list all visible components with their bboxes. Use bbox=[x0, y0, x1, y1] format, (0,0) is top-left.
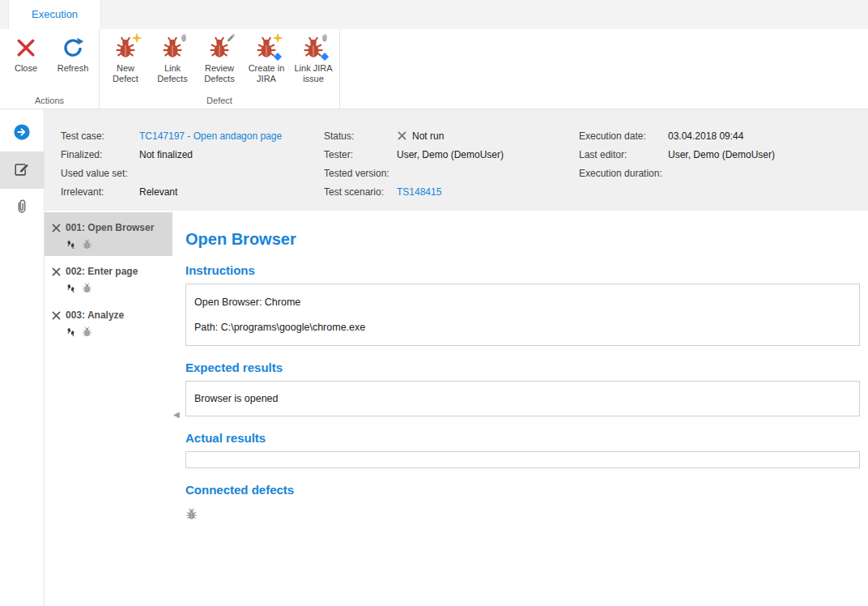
field-label: Test case: bbox=[61, 130, 139, 142]
instruction-line: Open Browser: Chrome bbox=[194, 297, 851, 308]
jira-badge-icon bbox=[273, 52, 283, 62]
footprints-icon bbox=[66, 283, 76, 293]
link-defects-label: Link Defects bbox=[152, 63, 193, 84]
ribbon: Close Refresh Actions New Defe bbox=[0, 29, 868, 109]
not-run-x-icon bbox=[397, 130, 407, 141]
field-tester: Tester: User, Demo (DemoUser) bbox=[324, 145, 504, 164]
sidebar-item-attachments[interactable] bbox=[0, 189, 44, 226]
instructions-box: Open Browser: Chrome Path: C:\programs\g… bbox=[185, 284, 860, 346]
step-title: Open Browser bbox=[185, 230, 860, 249]
field-test-scenario: Test scenario: TS148415 bbox=[324, 182, 504, 201]
create-in-jira-button[interactable]: Create in JIRA bbox=[243, 29, 290, 87]
test-scenario-link[interactable]: TS148415 bbox=[397, 186, 441, 198]
link-jira-issue-label: Link JIRA issue bbox=[293, 63, 334, 84]
collapse-panel-arrow-icon[interactable]: ◀ bbox=[173, 410, 180, 419]
link-jira-issue-button[interactable]: Link JIRA issue bbox=[290, 29, 337, 87]
bug-paperclip-jira-icon bbox=[302, 36, 325, 59]
jira-badge-icon bbox=[320, 52, 330, 62]
step-icons bbox=[66, 239, 168, 250]
step-header: 002: Enter page bbox=[51, 266, 168, 277]
expected-results-heading: Expected results bbox=[185, 361, 860, 374]
step-defect-icon bbox=[82, 283, 92, 293]
actual-results-heading: Actual results bbox=[185, 431, 860, 445]
field-irrelevant: Irrelevant: Relevant bbox=[61, 182, 282, 201]
field-status: Status: Not run bbox=[324, 126, 504, 145]
ribbon-tabbar: Execution bbox=[0, 0, 868, 29]
status-value: Not run bbox=[412, 130, 444, 142]
step-defect-icon bbox=[82, 239, 92, 250]
bug-paperclip-icon bbox=[161, 36, 184, 59]
step-header: 001: Open Browser bbox=[51, 222, 168, 233]
close-button[interactable]: Close bbox=[2, 29, 49, 76]
left-icon-strip bbox=[0, 109, 45, 606]
sidebar-item-edit-steps[interactable] bbox=[0, 152, 44, 189]
field-execution-date: Execution date: 03.04.2018 09:44 bbox=[579, 126, 775, 145]
paperclip-badge-icon bbox=[179, 33, 189, 43]
step-item-003[interactable]: 003: Analyze bbox=[45, 300, 172, 344]
refresh-icon bbox=[62, 36, 84, 59]
tester-value: User, Demo (DemoUser) bbox=[397, 149, 504, 160]
step-detail-panel: ◀ Open Browser Instructions Open Browser… bbox=[172, 211, 868, 606]
ribbon-group-actions: Close Refresh Actions bbox=[0, 29, 100, 109]
execution-details-panel: Test case: TC147197 - Open andagon page … bbox=[45, 109, 868, 211]
sparkle-badge-icon bbox=[132, 33, 142, 43]
sidebar-item-overview[interactable] bbox=[0, 114, 44, 152]
connected-defects-bug-icon bbox=[185, 508, 198, 520]
field-label: Irrelevant: bbox=[61, 186, 139, 198]
irrelevant-value: Relevant bbox=[139, 186, 177, 198]
step-icons bbox=[66, 326, 168, 337]
instructions-heading: Instructions bbox=[185, 263, 860, 277]
test-case-link[interactable]: TC147197 - Open andagon page bbox=[139, 130, 282, 142]
field-last-editor: Last editor: User, Demo (DemoUser) bbox=[579, 145, 775, 164]
pencil-badge-icon bbox=[226, 33, 236, 43]
new-defect-label: New Defect bbox=[105, 63, 146, 84]
attachment-icon bbox=[13, 198, 31, 218]
last-editor-value: User, Demo (DemoUser) bbox=[668, 149, 775, 160]
step-status-x-icon bbox=[51, 310, 62, 321]
ribbon-group-defect: New Defect Link Defects Review Defects bbox=[100, 29, 340, 109]
bug-sparkle-icon bbox=[114, 36, 137, 59]
edit-step-icon bbox=[13, 160, 31, 181]
step-label: 003: Analyze bbox=[66, 309, 124, 321]
field-test-case: Test case: TC147197 - Open andagon page bbox=[61, 126, 282, 145]
step-defect-icon bbox=[82, 326, 92, 337]
step-label: 002: Enter page bbox=[66, 266, 138, 277]
go-arrow-icon bbox=[13, 123, 31, 143]
field-label: Execution duration: bbox=[579, 168, 668, 179]
link-defects-button[interactable]: Link Defects bbox=[149, 29, 196, 87]
bug-sparkle-jira-icon bbox=[255, 36, 278, 59]
close-icon bbox=[15, 36, 37, 59]
field-label: Finalized: bbox=[61, 149, 139, 160]
actions-buttons: Close Refresh bbox=[2, 29, 96, 94]
connected-defects-heading: Connected defects bbox=[185, 483, 860, 497]
close-button-label: Close bbox=[6, 63, 46, 74]
finalized-value: Not finalized bbox=[139, 149, 193, 160]
execution-date-value: 03.04.2018 09:44 bbox=[668, 130, 743, 142]
test-steps-list: 001: Open Browser 002: Enter page 003: A… bbox=[45, 211, 172, 606]
details-column-2: Status: Not run Tester: User, Demo (Demo… bbox=[324, 126, 504, 201]
tab-execution[interactable]: Execution bbox=[8, 0, 101, 29]
field-label: Tester: bbox=[324, 149, 397, 160]
field-label: Last editor: bbox=[579, 149, 668, 160]
ribbon-group-actions-label: Actions bbox=[2, 94, 96, 109]
field-label: Status: bbox=[324, 130, 397, 142]
refresh-button[interactable]: Refresh bbox=[49, 29, 96, 76]
step-status-x-icon bbox=[51, 267, 62, 277]
actual-results-input[interactable] bbox=[185, 451, 860, 468]
step-item-001[interactable]: 001: Open Browser bbox=[45, 212, 172, 256]
step-icons bbox=[66, 283, 168, 293]
step-item-002[interactable]: 002: Enter page bbox=[45, 256, 172, 300]
review-defects-button[interactable]: Review Defects bbox=[196, 29, 243, 87]
create-in-jira-label: Create in JIRA bbox=[246, 63, 287, 84]
review-defects-label: Review Defects bbox=[199, 63, 240, 84]
field-finalized: Finalized: Not finalized bbox=[61, 145, 282, 164]
bug-pencil-icon bbox=[208, 36, 231, 59]
new-defect-button[interactable]: New Defect bbox=[102, 29, 149, 87]
field-label: Tested version: bbox=[324, 168, 397, 179]
expected-results-text: Browser is opened bbox=[194, 393, 279, 404]
field-tested-version: Tested version: bbox=[324, 164, 504, 182]
field-label: Test scenario: bbox=[324, 186, 397, 198]
step-header: 003: Analyze bbox=[51, 309, 168, 321]
step-label: 001: Open Browser bbox=[66, 222, 154, 233]
field-execution-duration: Execution duration: bbox=[579, 164, 775, 182]
